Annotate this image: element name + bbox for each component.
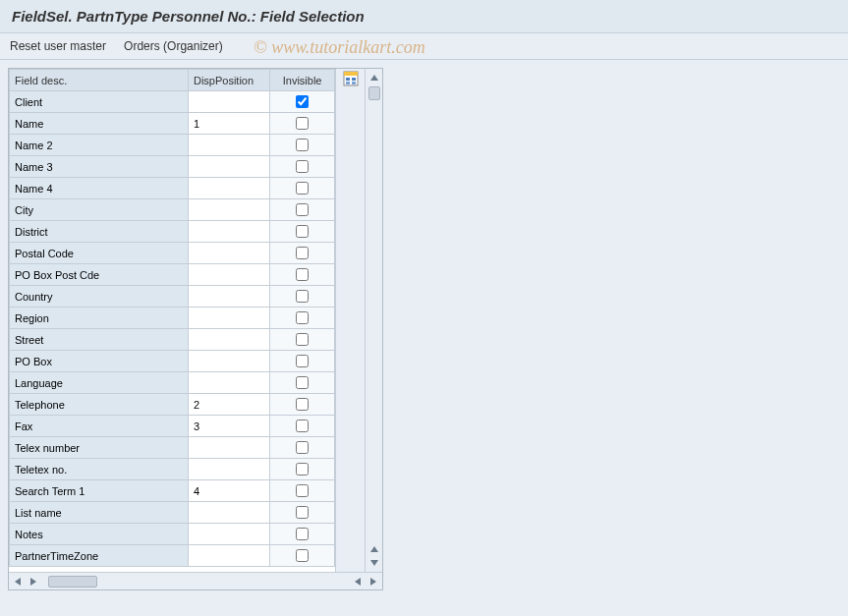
scroll-right-icon[interactable] — [367, 575, 380, 588]
scroll-left-icon[interactable] — [11, 575, 25, 588]
invisible-checkbox[interactable] — [296, 290, 309, 303]
horizontal-scrollbar[interactable] — [9, 572, 382, 589]
invisible-checkbox[interactable] — [296, 484, 309, 497]
svg-rect-4 — [346, 82, 350, 84]
field-desc-cell: Name 3 — [10, 156, 189, 178]
table-row: Street — [10, 329, 335, 351]
vertical-scrollbar[interactable] — [365, 69, 382, 572]
hscroll-thumb[interactable] — [48, 576, 97, 588]
disp-position-cell[interactable] — [188, 545, 269, 567]
scroll-right-step-icon[interactable] — [27, 575, 40, 588]
field-desc-cell: Country — [10, 286, 189, 308]
disp-position-cell[interactable] — [188, 264, 269, 286]
disp-position-cell[interactable] — [188, 221, 269, 243]
disp-position-cell[interactable] — [188, 459, 269, 480]
field-desc-cell: List name — [10, 502, 189, 524]
disp-position-cell[interactable] — [188, 524, 269, 545]
field-desc-cell: City — [10, 199, 189, 221]
invisible-checkbox[interactable] — [296, 441, 309, 454]
svg-rect-2 — [346, 78, 350, 81]
disp-position-cell[interactable] — [188, 286, 269, 308]
table-row: Telephone2 — [10, 394, 335, 416]
table-row: Name1 — [10, 113, 335, 135]
col-header-invisible[interactable]: Invisible — [270, 70, 335, 91]
orders-organizer-button[interactable]: Orders (Organizer) — [124, 39, 223, 53]
table-row: Language — [10, 372, 335, 394]
disp-position-cell[interactable] — [188, 437, 269, 459]
field-desc-cell: PO Box — [10, 351, 189, 372]
table-row: PartnerTimeZone — [10, 545, 335, 567]
field-desc-cell: PartnerTimeZone — [10, 545, 189, 567]
disp-position-cell[interactable] — [188, 156, 269, 178]
invisible-cell — [270, 437, 335, 459]
field-desc-cell: Region — [10, 308, 189, 329]
disp-position-cell[interactable]: 2 — [188, 394, 269, 416]
scroll-up-step-icon[interactable] — [367, 542, 381, 556]
scroll-down-icon[interactable] — [367, 556, 381, 570]
invisible-checkbox[interactable] — [296, 203, 309, 216]
field-desc-cell: Telephone — [10, 394, 189, 416]
scroll-thumb[interactable] — [368, 86, 380, 100]
invisible-cell — [270, 243, 335, 264]
disp-position-cell[interactable] — [188, 372, 269, 394]
disp-position-cell[interactable]: 4 — [188, 480, 269, 502]
invisible-checkbox[interactable] — [296, 268, 309, 281]
invisible-checkbox[interactable] — [296, 182, 309, 195]
table-row: List name — [10, 502, 335, 524]
col-header-disp-position[interactable]: DispPosition — [188, 70, 269, 91]
disp-position-cell[interactable] — [188, 243, 269, 264]
toolbar: Reset user master Orders (Organizer) — [0, 33, 848, 60]
invisible-checkbox[interactable] — [296, 139, 309, 151]
disp-position-cell[interactable] — [188, 199, 269, 221]
field-selection-table: Field desc. DispPosition Invisible Clien… — [9, 69, 335, 567]
disp-position-cell[interactable] — [188, 351, 269, 372]
invisible-cell — [270, 91, 335, 113]
invisible-checkbox[interactable] — [296, 549, 309, 562]
table-settings-icon[interactable] — [343, 71, 359, 86]
invisible-checkbox[interactable] — [296, 225, 309, 238]
disp-position-cell[interactable] — [188, 308, 269, 329]
col-header-field-desc[interactable]: Field desc. — [10, 70, 189, 91]
field-desc-cell: Street — [10, 329, 189, 351]
disp-position-cell[interactable] — [188, 135, 269, 156]
scroll-left-step-icon[interactable] — [351, 575, 365, 588]
table-row: Postal Code — [10, 243, 335, 264]
disp-position-cell[interactable] — [188, 329, 269, 351]
field-desc-cell: Fax — [10, 416, 189, 437]
invisible-cell — [270, 329, 335, 351]
invisible-checkbox[interactable] — [296, 463, 309, 476]
invisible-checkbox[interactable] — [296, 117, 309, 130]
field-desc-cell: Name 4 — [10, 178, 189, 199]
invisible-cell — [270, 113, 335, 135]
table-row: Telex number — [10, 437, 335, 459]
reset-user-master-button[interactable]: Reset user master — [10, 39, 106, 53]
table-row: Search Term 14 — [10, 480, 335, 502]
table-row: Country — [10, 286, 335, 308]
invisible-checkbox[interactable] — [296, 528, 309, 540]
invisible-cell — [270, 308, 335, 329]
invisible-checkbox[interactable] — [296, 95, 309, 108]
invisible-checkbox[interactable] — [296, 160, 309, 173]
page-title: FieldSel. PartnType Personnel No.: Field… — [0, 0, 848, 33]
disp-position-cell[interactable]: 3 — [188, 416, 269, 437]
invisible-checkbox[interactable] — [296, 506, 309, 519]
svg-rect-3 — [352, 78, 356, 81]
disp-position-cell[interactable] — [188, 178, 269, 199]
invisible-checkbox[interactable] — [296, 311, 309, 324]
invisible-cell — [270, 178, 335, 199]
invisible-cell — [270, 156, 335, 178]
invisible-checkbox[interactable] — [296, 333, 309, 346]
invisible-cell — [270, 135, 335, 156]
invisible-checkbox[interactable] — [296, 420, 309, 432]
field-desc-cell: Language — [10, 372, 189, 394]
table-row: Region — [10, 308, 335, 329]
invisible-cell — [270, 459, 335, 480]
invisible-checkbox[interactable] — [296, 398, 309, 411]
scroll-up-icon[interactable] — [367, 71, 381, 84]
disp-position-cell[interactable] — [188, 91, 269, 113]
invisible-checkbox[interactable] — [296, 376, 309, 389]
invisible-checkbox[interactable] — [296, 247, 309, 259]
invisible-checkbox[interactable] — [296, 355, 309, 367]
disp-position-cell[interactable]: 1 — [188, 113, 269, 135]
disp-position-cell[interactable] — [188, 502, 269, 524]
